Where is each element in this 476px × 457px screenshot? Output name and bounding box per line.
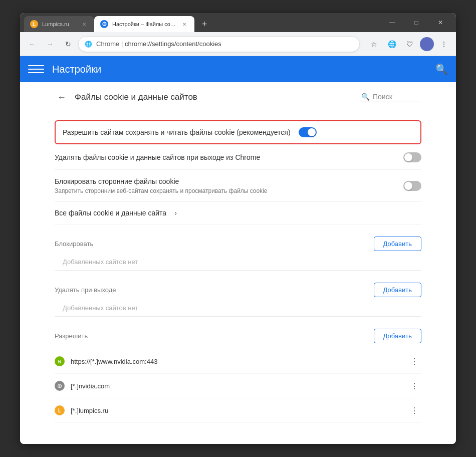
delete-on-exit-text: Удалять файлы cookie и данные сайтов при… <box>55 153 395 162</box>
content-inner: ← Файлы cookie и данные сайтов 🔍 Поиск Р… <box>43 82 433 431</box>
tab-close-settings[interactable]: ✕ <box>180 20 188 28</box>
svg-text:N: N <box>58 359 62 364</box>
block-third-party-text: Блокировать сторонние файлы cookie Запре… <box>55 177 395 194</box>
page-title: Файлы cookie и данные сайтов <box>75 92 355 102</box>
block-third-party-thumb <box>404 182 412 190</box>
settings-header: Настройки 🔍 <box>20 56 456 82</box>
delete-on-exit-toggle[interactable] <box>403 152 421 162</box>
delete-empty-text: Добавленных сайтов нет <box>55 298 146 318</box>
all-cookies-row[interactable]: Все файлы cookie и данные сайта › <box>55 202 421 224</box>
main-content: ← Файлы cookie и данные сайтов 🔍 Поиск Р… <box>20 82 456 444</box>
tab-lumpics[interactable]: L Lumpics.ru ✕ <box>24 16 94 32</box>
site-favicon-nvidia-icon: ⊕ <box>57 382 62 389</box>
tab-favicon-settings: ⚙ <box>100 20 108 28</box>
settings-header-title: Настройки <box>52 64 427 75</box>
site-item-nvidia-https: N https://[*.]www.nvidia.com:443 ⋮ <box>55 349 421 374</box>
url-bar[interactable]: 🌐 Chrome | chrome://settings/content/coo… <box>78 36 360 52</box>
search-box-label: Поиск <box>373 93 392 101</box>
allow-cookies-label: Разрешить сайтам сохранять и читать файл… <box>63 128 291 136</box>
url-text: Chrome | chrome://settings/content/cooki… <box>96 40 221 48</box>
tab-settings[interactable]: ⚙ Настройки – Файлы cookie и да... ✕ <box>94 16 194 32</box>
chrome-menu-button[interactable]: ⋮ <box>436 36 452 52</box>
reload-button[interactable]: ↻ <box>60 36 76 52</box>
tab-title-lumpics: Lumpics.ru <box>42 21 76 27</box>
shield-button[interactable]: 🛡 <box>402 36 418 52</box>
block-section-header: Блокировать Добавить <box>55 237 421 251</box>
all-cookies-label: Все файлы cookie и данные сайта <box>55 209 166 217</box>
minimize-button[interactable]: — <box>381 15 404 30</box>
nvidia-icon: N <box>56 358 63 365</box>
page-back-button[interactable]: ← <box>55 90 69 104</box>
block-third-party-row: Блокировать сторонние файлы cookie Запре… <box>55 170 421 202</box>
page-header: ← Файлы cookie и данные сайтов 🔍 Поиск <box>55 90 421 110</box>
site-menu-nvidia[interactable]: ⋮ <box>407 379 421 393</box>
browser-window: L Lumpics.ru ✕ ⚙ Настройки – Файлы cooki… <box>20 13 456 444</box>
allow-section-header: Разрешить Добавить <box>55 329 421 343</box>
tab-title-settings: Настройки – Файлы cookie и да... <box>112 21 176 27</box>
secure-icon: 🌐 <box>85 41 92 48</box>
block-third-party-toggle[interactable] <box>403 181 421 191</box>
tab-close-lumpics[interactable]: ✕ <box>80 20 88 28</box>
chrome-label: Chrome <box>96 40 119 48</box>
tab-favicon-lumpics: L <box>30 20 38 28</box>
site-menu-lumpics[interactable]: ⋮ <box>407 403 421 417</box>
search-box[interactable]: 🔍 Поиск <box>361 93 421 102</box>
all-cookies-arrow: › <box>174 209 177 217</box>
block-third-party-desc: Запретить сторонним веб-сайтам сохранять… <box>55 187 395 194</box>
allow-cookies-thumb <box>308 128 316 136</box>
window-controls: — □ ✕ <box>381 15 452 30</box>
address-bar: ← → ↻ 🌐 Chrome | chrome://settings/conte… <box>20 32 456 56</box>
site-item-lumpics: L [*.]lumpics.ru ⋮ <box>55 398 421 423</box>
block-section-title: Блокировать <box>55 240 93 248</box>
back-button[interactable]: ← <box>24 36 40 52</box>
site-url-lumpics: [*.]lumpics.ru <box>71 407 401 414</box>
site-favicon-lumpics: L <box>55 405 65 415</box>
allow-add-button[interactable]: Добавить <box>374 329 421 343</box>
site-menu-nvidia-https[interactable]: ⋮ <box>407 354 421 368</box>
delete-on-exit-row: Удалять файлы cookie и данные сайтов при… <box>55 145 421 170</box>
settings-search-icon[interactable]: 🔍 <box>435 63 448 75</box>
delete-add-button[interactable]: Добавить <box>374 283 421 297</box>
site-url-nvidia: [*.]nvidia.com <box>71 382 401 390</box>
profile-button[interactable] <box>420 37 434 51</box>
block-section: Блокировать Добавить Добавленных сайтов … <box>55 237 421 266</box>
site-favicon-nvidia-https: N <box>55 356 65 366</box>
site-item-nvidia: ⊕ [*.]nvidia.com ⋮ <box>55 374 421 398</box>
close-button[interactable]: ✕ <box>429 15 452 30</box>
search-box-icon: 🔍 <box>361 93 370 101</box>
block-empty-text: Добавленных сайтов нет <box>55 252 146 272</box>
globe-button[interactable]: 🌐 <box>384 36 400 52</box>
delete-section-header: Удалять при выходе Добавить <box>55 283 421 297</box>
maximize-button[interactable]: □ <box>405 15 428 30</box>
delete-on-exit-label: Удалять файлы cookie и данные сайтов при… <box>55 153 260 161</box>
delete-section: Удалять при выходе Добавить Добавленных … <box>55 283 421 312</box>
block-third-party-label: Блокировать сторонние файлы cookie <box>55 177 179 185</box>
new-tab-button[interactable]: + <box>196 16 212 32</box>
hamburger-menu-button[interactable] <box>28 61 44 77</box>
allow-cookies-toggle[interactable] <box>299 127 317 137</box>
url-path: chrome://settings/content/cookies <box>125 40 221 48</box>
title-bar: L Lumpics.ru ✕ ⚙ Настройки – Файлы cooki… <box>20 13 456 32</box>
block-add-button[interactable]: Добавить <box>374 237 421 251</box>
delete-section-title: Удалять при выходе <box>55 286 116 294</box>
allow-section: Разрешить Добавить N https://[*.]www.nvi… <box>55 329 421 423</box>
forward-button[interactable]: → <box>42 36 58 52</box>
url-actions: ☆ 🌐 🛡 ⋮ <box>366 36 452 52</box>
allow-section-title: Разрешить <box>55 332 88 340</box>
site-url-nvidia-https: https://[*.]www.nvidia.com:443 <box>71 358 401 365</box>
site-favicon-nvidia: ⊕ <box>55 381 65 391</box>
allow-cookies-row: Разрешить сайтам сохранять и читать файл… <box>55 120 421 144</box>
delete-on-exit-thumb <box>404 153 412 161</box>
bookmark-button[interactable]: ☆ <box>366 36 382 52</box>
